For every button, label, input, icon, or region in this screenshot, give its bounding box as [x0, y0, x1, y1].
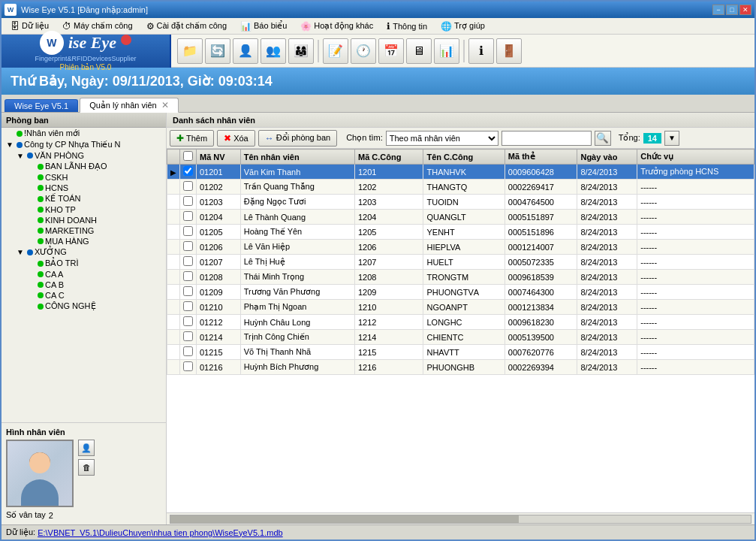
tree-item-label: KẾ TOÁN [45, 194, 81, 204]
table-row[interactable]: 01209Trương Văn Phương1209PHUONGTVА00074… [167, 285, 754, 300]
photo-delete-btn[interactable]: 🗑 [78, 459, 95, 476]
horizontal-scrollbar[interactable] [167, 512, 754, 524]
table-row[interactable]: 01214Trịnh Công Chiến1214CHIENTC00051395… [167, 330, 754, 345]
tree-expand-icon[interactable]: ▼ [5, 141, 15, 149]
table-row[interactable]: 01204Lê Thành Quang1204QUANGLT0005151897… [167, 210, 754, 225]
menu-cai-dat[interactable]: ⚙ Cài đặt chấm công [140, 20, 233, 33]
table-row[interactable]: 01205Hoàng Thế Yên1205YENHT00051518968/2… [167, 225, 754, 240]
table-cell: ------ [637, 300, 754, 315]
sidebar-tree-item[interactable]: MUA HÀNG [2, 236, 166, 246]
maximize-button[interactable]: □ [726, 5, 738, 15]
table-cell: THANGTQ [423, 180, 505, 195]
col-ngay-vao: Ngày vào [577, 150, 637, 165]
table-cell: 8/24/2013 [577, 315, 637, 330]
toolbar-btn-refresh[interactable]: 🔄 [205, 38, 230, 64]
menu-tro-giup[interactable]: 🌐 Trợ giúp [435, 20, 491, 33]
delete-employee-button[interactable]: ✖ Xóa [217, 130, 255, 147]
row-checkbox[interactable] [183, 331, 193, 341]
sidebar-tree-item[interactable]: KẾ TOÁN [2, 193, 166, 204]
status-label: Dữ liệu: [6, 527, 35, 537]
transfer-department-button[interactable]: ↔ Đổi phòng ban [258, 130, 337, 147]
sidebar-tree-item[interactable]: ▼ XƯỞNG [2, 246, 166, 258]
sidebar-tree-item[interactable]: CA A [2, 269, 166, 280]
search-select[interactable]: Theo mã nhân viên [386, 131, 498, 146]
sidebar-tree-item[interactable]: HCNS [2, 183, 166, 193]
tree-expand-icon[interactable]: ▼ [15, 248, 26, 256]
expand-button[interactable]: ▼ [664, 131, 679, 146]
sidebar-tree-item[interactable]: BẢO TRÌ [2, 258, 166, 269]
row-checkbox[interactable] [183, 226, 193, 236]
photo-upload-btn[interactable]: 👤 [78, 440, 95, 456]
row-checkbox[interactable] [183, 361, 193, 371]
menu-thong-tin[interactable]: ℹ Thông tin [381, 20, 433, 33]
toolbar-btn-info[interactable]: ℹ [468, 38, 494, 64]
employee-table-container[interactable]: Mã NV Tên nhân viên Mã C.Công Tên C.Công… [167, 149, 754, 512]
sidebar-tree-item[interactable]: ▼ Công ty CP Nhựa Thiếu N [2, 139, 166, 150]
tab-close-icon[interactable]: ✕ [161, 100, 169, 110]
minimize-button[interactable]: − [712, 5, 724, 15]
app-window: W Wise Eye V5.1 [Đăng nhập:admin] − □ ✕ … [0, 0, 756, 541]
table-row[interactable]: 01210Phạm Thị Ngoan1210NGOANPT0001213834… [167, 300, 754, 315]
sidebar-tree-item[interactable]: CÔNG NGHỆ [2, 301, 166, 312]
toolbar-btn-person[interactable]: 👤 [233, 38, 258, 64]
row-checkbox[interactable] [183, 301, 193, 311]
row-checkbox[interactable] [183, 181, 193, 191]
table-cell: ------ [637, 330, 754, 345]
row-checkbox[interactable] [183, 271, 193, 281]
sidebar-tree-item[interactable]: CSKH [2, 172, 166, 183]
menu-hoat-dong-khac[interactable]: 🌸 Hoạt động khác [294, 20, 379, 33]
toolbar-btn-edit[interactable]: 📝 [323, 38, 348, 64]
toolbar-btn-open[interactable]: 📁 [177, 38, 203, 64]
search-input[interactable] [501, 131, 592, 146]
sidebar-tree-item[interactable]: KHO TP [2, 204, 166, 215]
search-button[interactable]: 🔍 [595, 131, 611, 146]
toolbar-btn-family[interactable]: 👨‍👩‍👧 [288, 38, 314, 64]
table-row[interactable]: 01215Võ Thị Thanh Nhã1215NHAVTT000762077… [167, 345, 754, 360]
tree-bullet-icon [38, 304, 44, 310]
toolbar-btn-chart[interactable]: 📊 [434, 38, 459, 64]
row-checkbox[interactable] [183, 211, 193, 221]
table-cell: 8/24/2013 [577, 240, 637, 255]
table-row[interactable]: 01206Lê Văn Hiệp1206HIEPLVA00012140078/2… [167, 240, 754, 255]
sidebar-tree-item[interactable]: ▼ VĂN PHÒNG [2, 150, 166, 161]
toolbar-btn-exit[interactable]: 🚪 [496, 38, 522, 64]
sidebar-tree-item[interactable]: CA C [2, 290, 166, 301]
table-cell: 1205 [354, 225, 423, 240]
row-checkbox[interactable] [183, 256, 193, 266]
row-checkbox[interactable] [183, 166, 193, 176]
toolbar-btn-time[interactable]: 🕐 [351, 38, 376, 64]
table-row[interactable]: 01212Huỳnh Châu Long1212LONGHC0009618230… [167, 315, 754, 330]
table-row[interactable]: 01202Trần Quang Thắng1202THANGTQ00022694… [167, 180, 754, 195]
toolbar-btn-monitor[interactable]: 🖥 [406, 38, 432, 64]
sidebar-tree-item[interactable]: KINH DOANH [2, 215, 166, 225]
row-checkbox[interactable] [183, 316, 193, 326]
photo-section-title: Hình nhân viên [6, 428, 161, 437]
table-row[interactable]: ▶01201Văn Kim Thanh1201THANHVK0009606428… [167, 165, 754, 180]
tree-expand-icon[interactable]: ▼ [15, 152, 26, 160]
toolbar-btn-group[interactable]: 👥 [261, 38, 286, 64]
select-all-checkbox[interactable] [183, 151, 193, 161]
table-row[interactable]: 01207Lê Thị Huệ1207HUELT00050723358/24/2… [167, 255, 754, 270]
close-button[interactable]: ✕ [739, 5, 751, 15]
sidebar-tree[interactable]: !Nhân viên mới▼ Công ty CP Nhựa Thiếu N▼… [2, 128, 166, 422]
table-row[interactable]: 01208Thái Minh Trọng1208TRONGTM000961853… [167, 270, 754, 285]
row-checkbox[interactable] [183, 196, 193, 206]
toolbar-btn-calendar[interactable]: 📅 [378, 38, 404, 64]
row-checkbox-cell [180, 240, 197, 255]
tab-home[interactable]: Wise Eye V5.1 [5, 99, 78, 112]
sidebar-tree-item[interactable]: !Nhân viên mới [2, 128, 166, 139]
sidebar-tree-item[interactable]: MARKETING [2, 225, 166, 236]
sidebar-tree-item[interactable]: CA B [2, 280, 166, 290]
tab-quan-ly-nhan-vien[interactable]: Quản lý nhân viên ✕ [80, 98, 179, 113]
row-checkbox[interactable] [183, 241, 193, 251]
sidebar-tree-item[interactable]: BAN LÃNH ĐẠO [2, 161, 166, 172]
table-cell: 0005139500 [505, 330, 577, 345]
table-row[interactable]: 01216Huỳnh Bích Phương1216PHUONGHB000226… [167, 360, 754, 375]
row-checkbox[interactable] [183, 286, 193, 296]
table-cell: 8/24/2013 [577, 180, 637, 195]
menu-bao-bieu[interactable]: 📊 Báo biểu [234, 20, 293, 33]
table-row[interactable]: 01203Đặng Ngọc Tươi1203TUOIDN00047645008… [167, 195, 754, 210]
row-checkbox[interactable] [183, 346, 193, 356]
add-employee-button[interactable]: ✚ Thêm [170, 130, 214, 147]
table-cell: ------ [637, 210, 754, 225]
